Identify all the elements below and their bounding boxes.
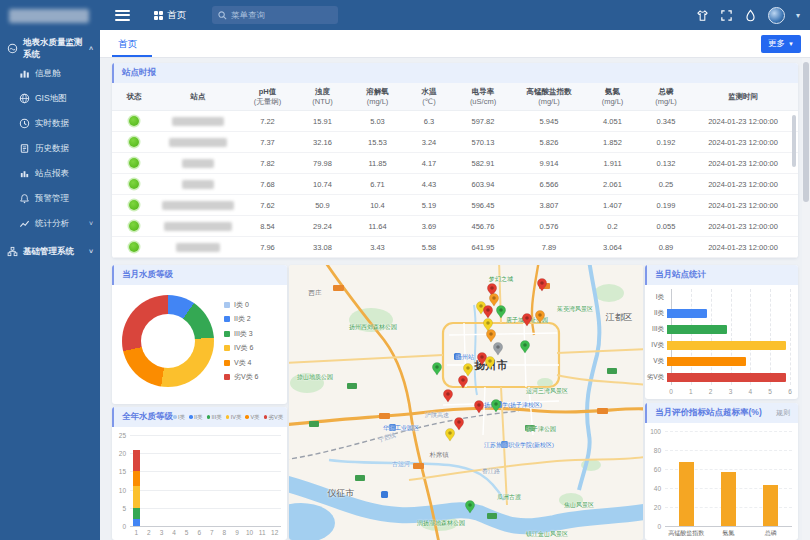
legend-marker <box>173 415 177 419</box>
station-pin-red[interactable] <box>458 375 469 393</box>
table-scrollbar-thumb[interactable] <box>792 115 796 167</box>
legend-label: IV类 6 <box>234 343 253 353</box>
y-tick-label: 100 <box>645 428 661 435</box>
station-pin-red[interactable] <box>474 400 485 418</box>
legend-item[interactable]: V类 <box>245 414 259 421</box>
search-icon <box>218 11 227 20</box>
table-row[interactable]: 7.6250.910.45.19596.453.8071.4070.199202… <box>112 195 798 216</box>
table-row[interactable]: 8.5429.2411.643.69456.760.5760.20.055202… <box>112 216 798 237</box>
station-map[interactable]: 扬州市江都区仪征市西庄朴席镇梦幻之城唐子城遗址公园茱萸湾风景区扬州西郊森林公园捺… <box>289 265 643 540</box>
table-row[interactable]: 7.3732.1615.533.24570.135.8261.8520.1922… <box>112 132 798 153</box>
panel-header: 当月水质等级 <box>112 265 287 285</box>
more-button[interactable]: 更多▼ <box>761 35 801 53</box>
legend-item[interactable]: 劣V类 6 <box>224 372 259 382</box>
bar[interactable] <box>667 341 786 350</box>
bar[interactable] <box>721 472 736 526</box>
sidebar-item-icon <box>19 118 30 129</box>
y-tick-label: 25 <box>112 432 126 439</box>
panel-title: 当月评价指标站点超标率(%) <box>655 407 762 419</box>
value-cell: 596.45 <box>453 201 513 210</box>
page-scrollbar[interactable] <box>802 58 810 540</box>
sidebar-item-6[interactable]: 统计分析˅ <box>0 211 100 236</box>
legend-item[interactable]: IV类 6 <box>224 343 259 353</box>
station-name-cell <box>156 201 240 210</box>
legend-label: IV类 <box>231 414 242 421</box>
search-input[interactable] <box>231 10 331 20</box>
legend-item[interactable]: I类 0 <box>224 300 259 310</box>
station-pin-green[interactable] <box>520 340 531 358</box>
tab-home[interactable]: 首页 <box>118 30 137 57</box>
bar[interactable] <box>667 325 727 334</box>
legend-item[interactable]: I类 <box>173 414 185 421</box>
sidebar-item-5[interactable]: 预警管理 <box>0 186 100 211</box>
station-pin-red[interactable] <box>537 278 548 296</box>
bar[interactable] <box>763 485 778 526</box>
station-pin-orange[interactable] <box>535 310 546 328</box>
sidebar-item-label: 统计分析 <box>35 218 69 230</box>
donut-chart[interactable] <box>122 295 214 387</box>
legend-item[interactable]: V类 4 <box>224 358 259 368</box>
value-cell: 11.64 <box>350 222 405 231</box>
station-pin-yellow[interactable] <box>485 356 496 374</box>
map-label-park: 运河三湾风景区 <box>526 387 568 396</box>
station-pin-green[interactable] <box>465 500 476 518</box>
water-drop-icon[interactable] <box>744 9 757 22</box>
table-row[interactable]: 7.9633.083.435.58641.957.893.0640.892024… <box>112 237 798 258</box>
legend-item[interactable]: II类 2 <box>224 314 259 324</box>
legend-item[interactable]: III类 3 <box>224 329 259 339</box>
sidebar-item-1[interactable]: GIS地图 <box>0 86 100 111</box>
sidebar-item-4[interactable]: 站点报表 <box>0 161 100 186</box>
sidebar-menu: 地表水质量监测系统˄信息舱GIS地图实时数据历史数据站点报表预警管理统计分析˅基… <box>0 36 100 264</box>
app-logo <box>9 9 89 23</box>
user-avatar[interactable] <box>768 7 785 24</box>
bar-row: IV类 <box>645 337 798 353</box>
legend-marker <box>224 331 230 337</box>
sidebar-group-surface-water[interactable]: 地表水质量监测系统˄ <box>0 36 100 61</box>
bar[interactable] <box>667 373 786 382</box>
table-row[interactable]: 7.8279.9811.854.17582.919.9141.9110.1322… <box>112 153 798 174</box>
menu-toggle-icon[interactable] <box>115 10 130 21</box>
map-label-poi: 华扬工业园区 <box>383 424 419 433</box>
home-breadcrumb[interactable]: 首页 <box>154 9 186 22</box>
menu-search[interactable] <box>212 6 338 24</box>
station-pin-yellow[interactable] <box>445 428 456 446</box>
map-label-water: 古运河 <box>392 460 410 469</box>
station-pin-green[interactable] <box>491 399 502 417</box>
station-pin-red[interactable] <box>443 389 454 407</box>
value-cell: 7.22 <box>240 117 295 126</box>
fullscreen-icon[interactable] <box>720 9 733 22</box>
bar[interactable] <box>679 462 694 526</box>
station-pin-green[interactable] <box>432 362 443 380</box>
x-tick-label: 4 <box>172 529 176 536</box>
sidebar-item-0[interactable]: 信息舱 <box>0 61 100 86</box>
station-pin-red[interactable] <box>522 313 533 331</box>
sidebar-item-2[interactable]: 实时数据 <box>0 111 100 136</box>
legend-item[interactable]: 劣V类 <box>264 414 284 421</box>
time-cell: 2024-01-23 12:00:00 <box>692 159 794 168</box>
legend-item[interactable]: II类 <box>189 414 203 421</box>
map-label-road: 宁启线 <box>377 431 397 445</box>
annual-chart[interactable]: 0510152025123456789101112 <box>112 427 287 540</box>
station-name-blurred <box>176 243 220 252</box>
bar[interactable] <box>667 309 707 318</box>
user-chevron-down-icon[interactable]: ▾ <box>796 11 800 20</box>
sidebar-group-base-mgmt[interactable]: 基础管理系统˅ <box>0 239 100 264</box>
value-cell: 5.58 <box>405 243 453 252</box>
station-pin-green[interactable] <box>496 305 507 323</box>
x-tick-label: 4 <box>749 388 753 395</box>
table-row[interactable]: 7.6810.746.714.43603.946.5662.0610.25202… <box>112 174 798 195</box>
tabbar: 首页 更多▼ <box>100 30 810 58</box>
page-scrollbar-thumb[interactable] <box>803 62 809 202</box>
table-row[interactable]: 7.2215.915.036.3597.825.9454.0510.345202… <box>112 111 798 132</box>
sidebar-item-3[interactable]: 历史数据 <box>0 136 100 161</box>
theme-skin-icon[interactable] <box>696 9 709 22</box>
legend-item[interactable]: IV类 <box>226 414 242 421</box>
rules-link[interactable]: 规则 <box>776 408 790 418</box>
x-tick-label: 0 <box>669 388 673 395</box>
bar[interactable] <box>667 357 746 366</box>
exceedance-chart[interactable]: 020406080100高锰酸盐指数氨氮总磷 <box>645 423 798 540</box>
station-stats-chart[interactable]: 0123456I类II类III类IV类V类劣V类 <box>645 285 798 399</box>
legend-item[interactable]: III类 <box>207 414 222 421</box>
station-name-blurred <box>182 159 214 168</box>
status-cell <box>112 179 156 189</box>
